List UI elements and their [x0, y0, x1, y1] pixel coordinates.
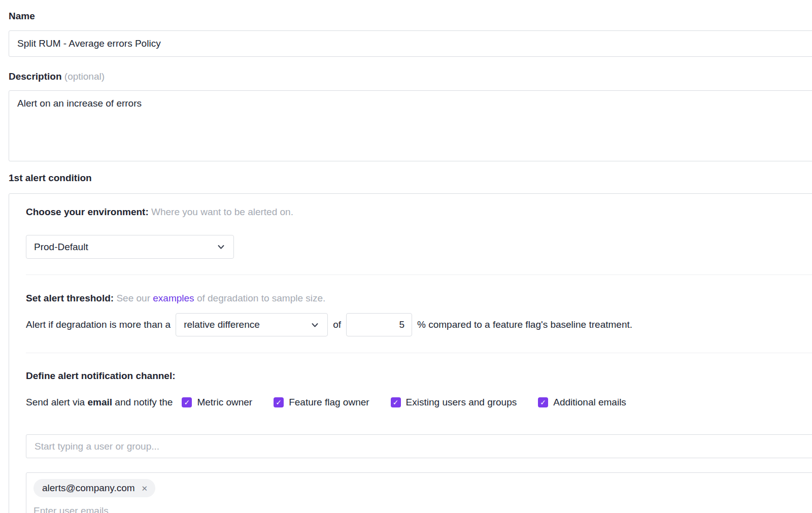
description-label: Description (optional) [9, 71, 812, 82]
send-prefix: Send alert via [26, 397, 85, 407]
threshold-hint-before: See our [116, 293, 150, 303]
threshold-label-row: Set alert threshold: See our examples of… [26, 292, 812, 305]
email-chip-text: alerts@company.com [42, 483, 135, 494]
alert-condition-panel: Choose your environment: Where you want … [9, 193, 812, 513]
send-alert-text: Send alert via email and notify the [26, 397, 173, 408]
description-label-text: Description [9, 71, 62, 82]
comparison-type-value: relative difference [184, 319, 260, 330]
comparison-type-select[interactable]: relative difference [176, 313, 328, 336]
user-group-search-input[interactable] [26, 434, 812, 458]
environment-hint: Where you want to be alerted on. [151, 207, 293, 217]
threshold-sentence-prefix: Alert if degradation is more than a [26, 319, 171, 330]
additional-emails-box[interactable]: alerts@company.com ✕ Enter user emails [26, 472, 812, 513]
threshold-value-input[interactable] [346, 313, 412, 336]
environment-label: Choose your environment: [26, 207, 149, 217]
email-chip: alerts@company.com ✕ [33, 479, 155, 497]
checkbox-existing-users-groups[interactable]: ✓ Existing users and groups [391, 397, 517, 408]
notification-label: Define alert notification channel: [26, 370, 812, 382]
send-suffix: and notify the [115, 397, 173, 407]
threshold-row: Alert if degradation is more than a rela… [26, 313, 812, 336]
send-bold: email [87, 397, 112, 407]
checkbox-checked-icon[interactable]: ✓ [274, 397, 284, 407]
checkbox-feature-flag-owner[interactable]: ✓ Feature flag owner [274, 397, 369, 408]
emails-placeholder-text: Enter user emails [33, 505, 812, 513]
checkbox-label: Additional emails [553, 397, 626, 408]
environment-label-row: Choose your environment: Where you want … [26, 207, 812, 218]
checkbox-additional-emails[interactable]: ✓ Additional emails [538, 397, 626, 408]
checkbox-checked-icon[interactable]: ✓ [538, 397, 548, 407]
checkbox-checked-icon[interactable]: ✓ [391, 397, 401, 407]
description-textarea[interactable]: Alert on an increase of errors [9, 90, 812, 161]
checkbox-checked-icon[interactable]: ✓ [182, 397, 192, 407]
examples-link[interactable]: examples [153, 293, 194, 303]
notification-row: Send alert via email and notify the ✓ Me… [26, 397, 812, 408]
chevron-down-icon [310, 320, 320, 330]
environment-select-value: Prod-Default [34, 242, 88, 253]
name-input[interactable] [9, 30, 812, 57]
name-label: Name [9, 11, 812, 22]
divider [26, 353, 812, 353]
alert-policy-form: Name Description (optional) Alert on an … [0, 0, 812, 513]
checkbox-label: Existing users and groups [406, 397, 517, 408]
chip-remove-icon[interactable]: ✕ [142, 485, 148, 492]
threshold-of-word: of [333, 319, 341, 330]
divider [26, 275, 812, 275]
checkbox-label: Feature flag owner [289, 397, 369, 408]
environment-select[interactable]: Prod-Default [26, 235, 234, 259]
chevron-down-icon [216, 242, 226, 252]
threshold-hint-after: of degradation to sample size. [197, 293, 326, 303]
threshold-label: Set alert threshold: [26, 293, 114, 303]
threshold-sentence-suffix: % compared to a feature flag's baseline … [417, 319, 632, 330]
description-optional-text: (optional) [64, 71, 105, 82]
checkbox-metric-owner[interactable]: ✓ Metric owner [182, 397, 252, 408]
condition-heading: 1st alert condition [9, 173, 812, 184]
checkbox-label: Metric owner [197, 397, 252, 408]
